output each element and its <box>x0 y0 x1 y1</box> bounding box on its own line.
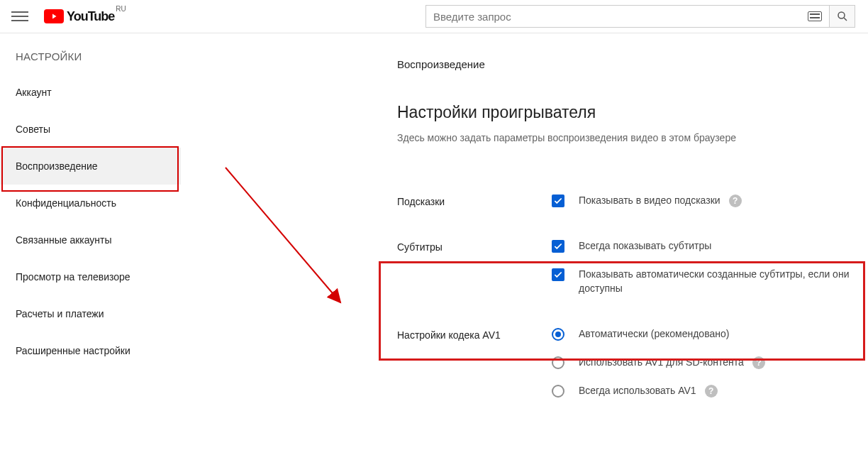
av1-option2-label: Использовать AV1 для SD-контента <box>579 355 744 369</box>
settings-sidebar: НАСТРОЙКИ Аккаунт Советы Воспроизведение… <box>0 33 181 369</box>
page-title: Настройки проигрывателя <box>397 103 868 122</box>
av1-option1-label: Автоматически (рекомендовано) <box>579 327 729 341</box>
youtube-logo[interactable]: YouTube RU <box>44 9 126 24</box>
play-icon <box>44 9 64 23</box>
sidebar-item-playback[interactable]: Воспроизведение <box>0 148 181 185</box>
hints-option-label: Показывать в видео подсказки <box>579 193 720 207</box>
keyboard-icon[interactable] <box>808 11 822 21</box>
subs-option1-label: Всегда показывать субтитры <box>579 239 711 253</box>
radio-av1-always[interactable] <box>552 385 564 398</box>
main-content: Воспроизведение Настройки проигрывателя … <box>397 58 868 412</box>
radio-av1-auto[interactable] <box>552 328 564 341</box>
svg-line-1 <box>844 18 847 21</box>
help-icon[interactable]: ? <box>729 195 742 207</box>
help-icon[interactable]: ? <box>752 356 765 369</box>
sidebar-item-advanced[interactable]: Расширенные настройки <box>0 332 181 369</box>
sidebar-item-tv[interactable]: Просмотр на телевизоре <box>0 258 181 295</box>
hints-label: Подсказки <box>397 193 552 207</box>
search-input-wrap <box>425 5 830 28</box>
breadcrumb: Воспроизведение <box>397 58 868 70</box>
header: YouTube RU <box>0 0 868 33</box>
help-icon[interactable]: ? <box>705 385 718 398</box>
sidebar-item-account[interactable]: Аккаунт <box>0 74 181 111</box>
hints-section: Подсказки Показывать в видео подсказки ? <box>397 193 868 221</box>
av1-option3-label: Всегда использовать AV1 <box>579 383 696 398</box>
checkbox-hints[interactable] <box>552 195 564 207</box>
svg-point-0 <box>838 12 845 18</box>
page-subtitle: Здесь можно задать параметры воспроизвед… <box>397 132 868 143</box>
checkbox-subs-auto[interactable] <box>552 268 564 281</box>
svg-line-2 <box>226 168 340 302</box>
sidebar-item-privacy[interactable]: Конфиденциальность <box>0 185 181 221</box>
sidebar-title: НАСТРОЙКИ <box>0 43 181 74</box>
checkbox-subs-always[interactable] <box>552 240 564 253</box>
search-input[interactable] <box>433 11 808 23</box>
region-badge: RU <box>116 5 126 13</box>
hamburger-icon[interactable] <box>11 8 28 25</box>
logo-text: YouTube <box>67 9 114 24</box>
av1-section: Настройки кодека AV1 Автоматически (реко… <box>397 327 868 412</box>
sidebar-item-connected[interactable]: Связанные аккаунты <box>0 221 181 258</box>
magnifier-icon <box>836 10 849 23</box>
radio-av1-sd[interactable] <box>552 356 564 369</box>
av1-label: Настройки кодека AV1 <box>397 327 552 341</box>
search-button[interactable] <box>830 5 855 28</box>
subtitles-section: Субтитры Всегда показывать субтитры Пока… <box>397 239 868 310</box>
sidebar-item-tips[interactable]: Советы <box>0 111 181 148</box>
subtitles-label: Субтитры <box>397 239 552 253</box>
sidebar-item-billing[interactable]: Расчеты и платежи <box>0 295 181 332</box>
subs-option2-label: Показывать автоматически созданные субти… <box>579 267 868 295</box>
